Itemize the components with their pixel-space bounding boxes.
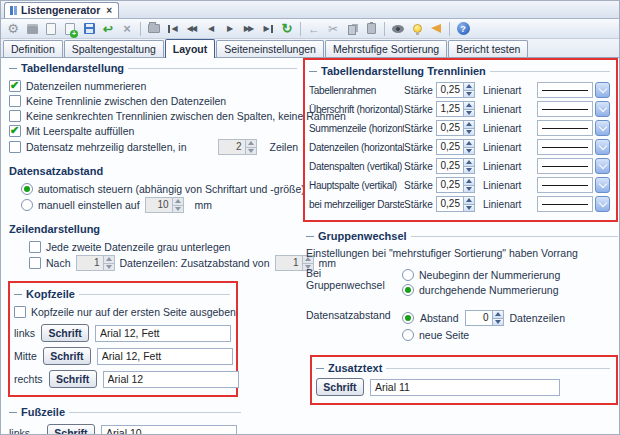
undo-icon[interactable]: ↩ bbox=[99, 20, 117, 37]
staerke-spinner[interactable]: 0,25 bbox=[436, 196, 475, 212]
checkbox-keine-senkrechten[interactable] bbox=[9, 110, 21, 122]
staerke-spinner[interactable]: 0,25 bbox=[436, 158, 475, 174]
checkbox-row: Keine Trennlinie zwischen den Datenzeile… bbox=[9, 93, 297, 108]
staerke-spinner[interactable]: 0,25 bbox=[436, 82, 475, 98]
add-document-icon[interactable] bbox=[61, 20, 79, 37]
folder-icon[interactable] bbox=[145, 20, 163, 37]
close-icon[interactable]: × bbox=[106, 5, 112, 16]
toolbar: ⚙ ↩ × ◀ ◀◀ ◀ ▶ ▶▶ ▶ ↻ ← ✂ ? bbox=[1, 19, 619, 39]
nav-back-icon[interactable]: ◀ bbox=[202, 20, 220, 37]
help-icon[interactable]: ? bbox=[454, 20, 472, 37]
listengenerator-window: Listengenerator × ⚙ ↩ × ◀ ◀◀ ◀ ▶ ▶▶ ▶ ↻ … bbox=[0, 0, 620, 435]
tab-layout[interactable]: Layout bbox=[165, 39, 215, 58]
group-tabellendarstellung: Tabellendarstellung bbox=[9, 61, 297, 75]
chevron-down-icon[interactable] bbox=[595, 82, 610, 98]
radio-row: automatisch steuern (abhängig von Schrif… bbox=[21, 181, 297, 196]
horn-icon[interactable] bbox=[427, 20, 445, 37]
nav-forward-icon[interactable]: ▶ bbox=[221, 20, 239, 37]
mm-spinner[interactable]: 10 bbox=[145, 197, 184, 213]
linienart-dropdown[interactable] bbox=[537, 158, 610, 174]
chevron-down-icon[interactable] bbox=[595, 196, 610, 212]
copy-icon[interactable] bbox=[343, 20, 361, 37]
chevron-down-icon[interactable] bbox=[595, 120, 610, 136]
toolbar-separator bbox=[300, 22, 301, 36]
font-input[interactable] bbox=[103, 371, 239, 388]
linienart-dropdown[interactable] bbox=[537, 196, 610, 212]
chevron-down-icon[interactable] bbox=[595, 139, 610, 155]
delete-icon[interactable]: × bbox=[118, 20, 136, 37]
schrift-button[interactable]: Schrift bbox=[316, 378, 364, 396]
zeilen-spinner[interactable]: 2 bbox=[218, 139, 257, 155]
checkbox-row: Datenzeilen nummerieren bbox=[9, 78, 297, 93]
linienart-dropdown[interactable] bbox=[537, 177, 610, 193]
staerke-spinner[interactable]: 0,25 bbox=[436, 120, 475, 136]
font-input[interactable] bbox=[95, 325, 231, 342]
document-tab-listengenerator[interactable]: Listengenerator × bbox=[4, 2, 119, 18]
radio-abstand[interactable] bbox=[402, 312, 414, 324]
nach-spinner[interactable]: 1 bbox=[76, 255, 115, 271]
linienart-dropdown[interactable] bbox=[537, 139, 610, 155]
staerke-spinner[interactable]: 1,25 bbox=[436, 101, 475, 117]
chevron-down-icon[interactable] bbox=[595, 158, 610, 174]
cut-icon[interactable]: ✂ bbox=[324, 20, 342, 37]
radio-manuell[interactable] bbox=[21, 199, 33, 211]
hint-bulb-icon[interactable] bbox=[408, 20, 426, 37]
label-datensatzabstand: Datensatzabstand bbox=[9, 165, 297, 177]
radio-neue-seite[interactable] bbox=[402, 329, 414, 341]
nav-fast-back-icon[interactable]: ◀◀ bbox=[183, 20, 201, 37]
tab-seiteneinstellungen[interactable]: Seiteneinstellungen bbox=[216, 40, 324, 57]
toolbar-separator bbox=[140, 22, 141, 36]
back-arrow-icon[interactable]: ← bbox=[305, 20, 323, 37]
schrift-button[interactable]: Schrift bbox=[49, 370, 97, 388]
radio-automatisch[interactable] bbox=[21, 183, 33, 195]
font-row-zusatztext: Schrift bbox=[316, 378, 610, 396]
nav-last-icon[interactable]: ▶ bbox=[259, 20, 277, 37]
linienart-dropdown[interactable] bbox=[537, 82, 610, 98]
schrift-button[interactable]: Schrift bbox=[41, 324, 89, 342]
radio-neubeginn[interactable] bbox=[402, 269, 414, 281]
group-gruppenwechsel-container: Gruppenwechsel Einstellungen bei "mehrst… bbox=[304, 229, 618, 342]
font-input[interactable] bbox=[97, 348, 233, 365]
settings-icon[interactable]: ⚙ bbox=[4, 20, 22, 37]
trennlinie-row-hauptspalte: Hauptspalte (vertikal) Stärke 0,25 Linie… bbox=[309, 176, 610, 194]
numbering-options: Bei Gruppenwechsel Neubeginn der Nummeri… bbox=[306, 267, 618, 297]
linienart-dropdown[interactable] bbox=[537, 101, 610, 117]
tab-spaltengestaltung[interactable]: Spaltengestaltung bbox=[64, 40, 164, 57]
checkbox-mehrzeilig[interactable] bbox=[9, 141, 21, 153]
schrift-button[interactable]: Schrift bbox=[43, 347, 91, 365]
abstand-spinner[interactable]: 0 bbox=[465, 310, 504, 326]
new-document-icon[interactable] bbox=[42, 20, 60, 37]
checkbox-nach-datenzeilen[interactable] bbox=[29, 257, 41, 269]
save-icon[interactable] bbox=[80, 20, 98, 37]
radio-durchgehend[interactable] bbox=[402, 284, 414, 296]
checkbox-keine-trennlinie[interactable] bbox=[9, 95, 21, 107]
tab-mehrstufige-sortierung[interactable]: Mehrstufige Sortierung bbox=[325, 40, 447, 57]
font-input[interactable] bbox=[101, 425, 237, 435]
refresh-icon[interactable]: ↻ bbox=[278, 20, 296, 37]
nav-first-icon[interactable]: ◀ bbox=[164, 20, 182, 37]
gruppenwechsel-note: Einstellungen bei "mehrstufiger Sortieru… bbox=[306, 247, 618, 259]
staerke-spinner[interactable]: 0,25 bbox=[436, 139, 475, 155]
checkbox-datenzeilen-nummerieren[interactable] bbox=[9, 80, 21, 92]
tab-bericht-testen[interactable]: Bericht testen bbox=[448, 40, 528, 57]
checkbox-kopfzeile-erste-seite[interactable] bbox=[14, 306, 26, 318]
schrift-button[interactable]: Schrift bbox=[47, 424, 95, 435]
radio-row: durchgehende Nummerierung bbox=[402, 282, 560, 297]
nav-fast-forward-icon[interactable]: ▶▶ bbox=[240, 20, 258, 37]
annotation-box-kopfzeile: Kopfzeile Kopfzeile nur auf der ersten S… bbox=[8, 281, 238, 397]
preview-eye-icon[interactable] bbox=[389, 20, 407, 37]
line-style-preview bbox=[537, 139, 593, 155]
staerke-spinner[interactable]: 0,25 bbox=[436, 177, 475, 193]
font-input[interactable] bbox=[370, 379, 560, 396]
annotation-box-trennlinien: Tabellendarstellung Trennlinien Tabellen… bbox=[303, 58, 618, 222]
trennlinie-row-datenspalten: Datenspalten (vertikal) Stärke 0,25 Lini… bbox=[309, 157, 610, 175]
linienart-dropdown[interactable] bbox=[537, 120, 610, 136]
checkbox-row: Nach 1 Datenzeilen: Zusatzabstand von 1 … bbox=[29, 254, 297, 272]
checkbox-grau-unterlegen[interactable] bbox=[29, 241, 41, 253]
chevron-down-icon[interactable] bbox=[595, 101, 610, 117]
checkbox-leerspalte[interactable] bbox=[9, 125, 21, 137]
tab-definition[interactable]: Definition bbox=[3, 40, 63, 57]
chevron-down-icon[interactable] bbox=[595, 177, 610, 193]
report-icon[interactable] bbox=[23, 20, 41, 37]
paste-icon[interactable] bbox=[362, 20, 380, 37]
